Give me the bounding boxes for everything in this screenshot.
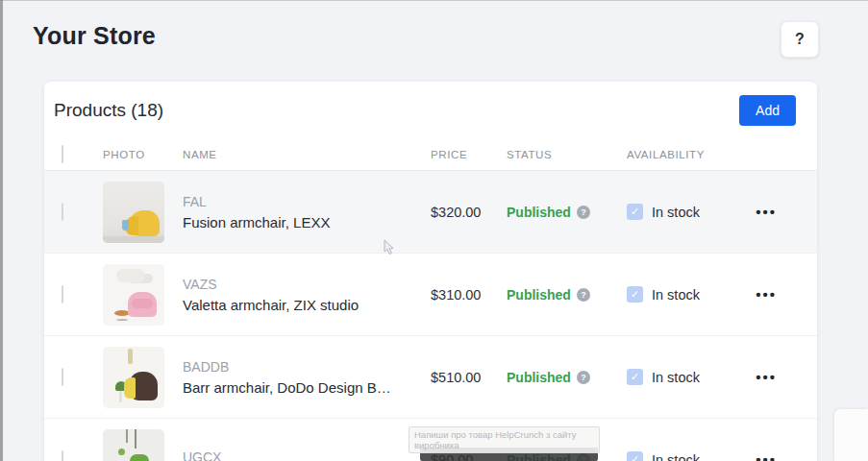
product-photo	[103, 264, 164, 326]
product-code: BADDB	[183, 359, 431, 375]
more-actions-icon[interactable]: •••	[756, 369, 777, 385]
product-price: $310.00	[431, 287, 507, 303]
status-cell: Published ?	[507, 205, 627, 220]
more-actions-icon[interactable]: •••	[756, 204, 777, 220]
status-help-icon[interactable]: ?	[577, 371, 590, 384]
row-checkbox[interactable]	[62, 285, 63, 303]
availability-cell: ✓ In stock	[627, 451, 736, 461]
availability-cell: ✓ In stock	[627, 286, 736, 303]
status-help-icon[interactable]: ?	[577, 288, 590, 302]
frame-edge-left	[0, 0, 3, 461]
product-price: $320.00	[431, 205, 507, 220]
status-cell: Published ?	[507, 370, 627, 385]
in-stock-checkbox[interactable]: ✓	[627, 204, 643, 220]
products-count-title: Products (18)	[54, 100, 163, 121]
availability-label: In stock	[652, 287, 700, 303]
product-name: Valetta armchair, ZIX studio	[183, 297, 431, 313]
product-photo	[103, 182, 164, 243]
availability-cell: ✓ In stock	[627, 369, 736, 385]
status-help-icon[interactable]: ?	[577, 206, 590, 219]
table-row[interactable]: BADDB Barr armchair, DoDo Design B… $510…	[44, 336, 817, 419]
frame-edge-top	[0, 0, 868, 1]
mouse-cursor-icon	[384, 239, 395, 259]
product-price: $510.00	[431, 370, 507, 385]
product-code: UGCX	[183, 449, 431, 461]
product-photo	[103, 429, 164, 461]
row-checkbox[interactable]	[62, 450, 63, 461]
status-badge: Published	[507, 287, 571, 303]
column-header-availability: AVAILABILITY	[627, 149, 736, 160]
status-cell: Published ?	[507, 287, 627, 303]
row-checkbox[interactable]	[62, 203, 63, 221]
more-actions-icon[interactable]: •••	[756, 286, 777, 303]
select-all-checkbox[interactable]	[62, 145, 63, 163]
tooltip-line1: Напиши про товар HelpCrunch з сайту виро…	[414, 429, 594, 450]
table-row[interactable]: FAL Fusion armchair, LEXX $320.00 Publis…	[44, 171, 817, 254]
column-header-photo: PHOTO	[103, 149, 183, 160]
column-header-name: NAME	[183, 149, 431, 160]
product-code: FAL	[183, 194, 431, 209]
row-checkbox[interactable]	[62, 368, 63, 386]
add-product-button[interactable]: Add	[739, 95, 796, 126]
products-card: Products (18) Add PHOTO NAME PRICE STATU…	[44, 82, 817, 461]
status-badge: Published	[507, 205, 571, 220]
availability-cell: ✓ In stock	[627, 204, 736, 220]
help-button[interactable]: ?	[781, 21, 819, 58]
column-header-status: STATUS	[507, 149, 627, 160]
status-badge: Published	[507, 370, 571, 385]
bottom-right-panel-fragment	[834, 409, 868, 461]
in-stock-checkbox[interactable]: ✓	[627, 369, 643, 385]
product-name: Fusion armchair, LEXX	[183, 214, 431, 230]
table-row[interactable]: VAZS Valetta armchair, ZIX studio $310.0…	[44, 254, 817, 336]
availability-label: In stock	[652, 452, 700, 461]
product-name: Barr armchair, DoDo Design B…	[183, 379, 431, 396]
in-stock-checkbox[interactable]: ✓	[627, 286, 643, 303]
product-code: VAZS	[183, 277, 431, 292]
taskbar-tooltip: Напиши про товар HelpCrunch з сайту виро…	[409, 426, 600, 453]
tooltip-line2: https - Word	[414, 450, 594, 453]
table-header-row: PHOTO NAME PRICE STATUS AVAILABILITY	[44, 139, 817, 171]
column-header-price: PRICE	[431, 149, 507, 160]
in-stock-checkbox[interactable]: ✓	[627, 451, 643, 461]
products-card-header: Products (18) Add	[44, 82, 817, 139]
more-actions-icon[interactable]: •••	[756, 451, 777, 461]
availability-label: In stock	[652, 205, 700, 220]
product-photo	[103, 347, 164, 408]
page-title: Your Store	[33, 22, 156, 50]
availability-label: In stock	[652, 370, 700, 385]
